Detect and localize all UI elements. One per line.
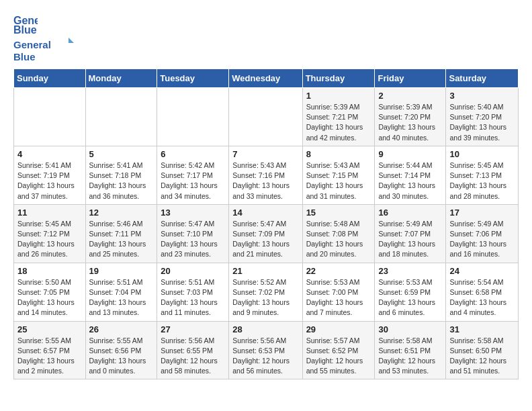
day-cell: 23Sunrise: 5:53 AM Sunset: 6:59 PM Dayli… xyxy=(375,263,446,321)
col-header-wednesday: Wednesday xyxy=(229,69,302,88)
page: General Blue General Blue Sund xyxy=(0,0,532,386)
day-cell xyxy=(85,88,157,146)
day-cell: 8Sunrise: 5:43 AM Sunset: 7:15 PM Daylig… xyxy=(302,146,375,204)
day-info: Sunrise: 5:57 AM Sunset: 6:52 PM Dayligh… xyxy=(306,336,371,377)
day-cell: 1Sunrise: 5:39 AM Sunset: 7:21 PM Daylig… xyxy=(302,88,375,146)
day-number: 10 xyxy=(449,149,515,159)
day-cell xyxy=(14,88,86,146)
col-header-thursday: Thursday xyxy=(302,69,375,88)
day-number: 1 xyxy=(306,91,371,101)
svg-text:Blue: Blue xyxy=(13,51,36,62)
col-header-tuesday: Tuesday xyxy=(157,69,229,88)
day-info: Sunrise: 5:54 AM Sunset: 6:58 PM Dayligh… xyxy=(449,277,515,318)
svg-text:Blue: Blue xyxy=(13,24,37,35)
day-cell: 28Sunrise: 5:56 AM Sunset: 6:53 PM Dayli… xyxy=(229,321,302,379)
day-number: 8 xyxy=(306,149,371,159)
day-info: Sunrise: 5:48 AM Sunset: 7:08 PM Dayligh… xyxy=(306,219,371,260)
day-cell: 18Sunrise: 5:50 AM Sunset: 7:05 PM Dayli… xyxy=(14,263,86,321)
day-info: Sunrise: 5:47 AM Sunset: 7:10 PM Dayligh… xyxy=(161,219,225,260)
day-info: Sunrise: 5:39 AM Sunset: 7:20 PM Dayligh… xyxy=(378,102,442,143)
day-cell: 5Sunrise: 5:41 AM Sunset: 7:18 PM Daylig… xyxy=(85,146,157,204)
day-number: 6 xyxy=(161,149,225,159)
day-number: 21 xyxy=(232,266,298,276)
day-info: Sunrise: 5:45 AM Sunset: 7:13 PM Dayligh… xyxy=(449,161,515,201)
day-number: 2 xyxy=(378,91,442,101)
logo-full: General Blue xyxy=(13,36,74,64)
day-cell: 17Sunrise: 5:49 AM Sunset: 7:06 PM Dayli… xyxy=(446,204,519,263)
day-number: 27 xyxy=(161,324,225,334)
day-info: Sunrise: 5:49 AM Sunset: 7:06 PM Dayligh… xyxy=(449,219,515,260)
day-info: Sunrise: 5:43 AM Sunset: 7:15 PM Dayligh… xyxy=(306,161,371,201)
day-cell xyxy=(229,88,302,146)
day-number: 12 xyxy=(89,208,154,218)
day-cell: 14Sunrise: 5:47 AM Sunset: 7:09 PM Dayli… xyxy=(229,204,302,263)
day-cell: 27Sunrise: 5:56 AM Sunset: 6:55 PM Dayli… xyxy=(157,321,229,379)
day-info: Sunrise: 5:44 AM Sunset: 7:14 PM Dayligh… xyxy=(378,161,442,201)
day-number: 13 xyxy=(161,208,225,218)
day-number: 7 xyxy=(232,149,298,159)
day-info: Sunrise: 5:51 AM Sunset: 7:03 PM Dayligh… xyxy=(161,277,225,318)
logo-icon: General Blue xyxy=(13,11,38,35)
day-cell: 30Sunrise: 5:58 AM Sunset: 6:51 PM Dayli… xyxy=(375,321,446,379)
day-number: 24 xyxy=(449,266,515,276)
day-info: Sunrise: 5:40 AM Sunset: 7:20 PM Dayligh… xyxy=(449,102,515,143)
header-row: SundayMondayTuesdayWednesdayThursdayFrid… xyxy=(14,69,519,88)
day-cell: 21Sunrise: 5:52 AM Sunset: 7:02 PM Dayli… xyxy=(229,263,302,321)
day-number: 30 xyxy=(378,324,442,334)
day-info: Sunrise: 5:42 AM Sunset: 7:17 PM Dayligh… xyxy=(161,161,225,201)
day-info: Sunrise: 5:45 AM Sunset: 7:12 PM Dayligh… xyxy=(17,219,82,260)
header: General Blue General Blue xyxy=(13,11,519,64)
day-info: Sunrise: 5:50 AM Sunset: 7:05 PM Dayligh… xyxy=(17,277,82,318)
svg-marker-4 xyxy=(69,38,74,43)
day-info: Sunrise: 5:41 AM Sunset: 7:19 PM Dayligh… xyxy=(17,161,82,201)
day-cell: 13Sunrise: 5:47 AM Sunset: 7:10 PM Dayli… xyxy=(157,204,229,263)
day-number: 11 xyxy=(17,208,82,218)
day-cell: 9Sunrise: 5:44 AM Sunset: 7:14 PM Daylig… xyxy=(375,146,446,204)
calendar-header: SundayMondayTuesdayWednesdayThursdayFrid… xyxy=(14,69,519,88)
day-cell: 2Sunrise: 5:39 AM Sunset: 7:20 PM Daylig… xyxy=(375,88,446,146)
day-info: Sunrise: 5:56 AM Sunset: 6:55 PM Dayligh… xyxy=(161,336,225,377)
svg-text:General: General xyxy=(13,39,51,50)
col-header-friday: Friday xyxy=(375,69,446,88)
day-info: Sunrise: 5:56 AM Sunset: 6:53 PM Dayligh… xyxy=(232,336,298,377)
day-number: 3 xyxy=(449,91,515,101)
day-number: 9 xyxy=(378,149,442,159)
day-info: Sunrise: 5:52 AM Sunset: 7:02 PM Dayligh… xyxy=(232,277,298,318)
day-cell: 22Sunrise: 5:53 AM Sunset: 7:00 PM Dayli… xyxy=(302,263,375,321)
day-number: 23 xyxy=(378,266,442,276)
day-cell: 6Sunrise: 5:42 AM Sunset: 7:17 PM Daylig… xyxy=(157,146,229,204)
col-header-sunday: Sunday xyxy=(14,69,86,88)
week-row-1: 1Sunrise: 5:39 AM Sunset: 7:21 PM Daylig… xyxy=(14,88,519,146)
day-info: Sunrise: 5:53 AM Sunset: 6:59 PM Dayligh… xyxy=(378,277,442,318)
day-info: Sunrise: 5:55 AM Sunset: 6:57 PM Dayligh… xyxy=(17,336,82,377)
day-info: Sunrise: 5:55 AM Sunset: 6:56 PM Dayligh… xyxy=(89,336,154,377)
day-number: 28 xyxy=(232,324,298,334)
day-cell: 29Sunrise: 5:57 AM Sunset: 6:52 PM Dayli… xyxy=(302,321,375,379)
day-cell: 11Sunrise: 5:45 AM Sunset: 7:12 PM Dayli… xyxy=(14,204,86,263)
week-row-2: 4Sunrise: 5:41 AM Sunset: 7:19 PM Daylig… xyxy=(14,146,519,204)
day-cell: 26Sunrise: 5:55 AM Sunset: 6:56 PM Dayli… xyxy=(85,321,157,379)
day-cell: 7Sunrise: 5:43 AM Sunset: 7:16 PM Daylig… xyxy=(229,146,302,204)
day-cell xyxy=(157,88,229,146)
day-cell: 31Sunrise: 5:58 AM Sunset: 6:50 PM Dayli… xyxy=(446,321,519,379)
day-info: Sunrise: 5:58 AM Sunset: 6:51 PM Dayligh… xyxy=(378,336,442,377)
day-info: Sunrise: 5:58 AM Sunset: 6:50 PM Dayligh… xyxy=(449,336,515,377)
day-cell: 24Sunrise: 5:54 AM Sunset: 6:58 PM Dayli… xyxy=(446,263,519,321)
day-info: Sunrise: 5:39 AM Sunset: 7:21 PM Dayligh… xyxy=(306,102,371,143)
logo: General Blue General Blue xyxy=(13,11,74,64)
day-cell: 12Sunrise: 5:46 AM Sunset: 7:11 PM Dayli… xyxy=(85,204,157,263)
day-info: Sunrise: 5:49 AM Sunset: 7:07 PM Dayligh… xyxy=(378,219,442,260)
day-number: 22 xyxy=(306,266,371,276)
day-number: 4 xyxy=(17,149,82,159)
day-info: Sunrise: 5:53 AM Sunset: 7:00 PM Dayligh… xyxy=(306,277,371,318)
week-row-4: 18Sunrise: 5:50 AM Sunset: 7:05 PM Dayli… xyxy=(14,263,519,321)
day-number: 20 xyxy=(161,266,225,276)
day-number: 16 xyxy=(378,208,442,218)
day-number: 18 xyxy=(17,266,82,276)
day-number: 15 xyxy=(306,208,371,218)
week-row-3: 11Sunrise: 5:45 AM Sunset: 7:12 PM Dayli… xyxy=(14,204,519,263)
day-info: Sunrise: 5:47 AM Sunset: 7:09 PM Dayligh… xyxy=(232,219,298,260)
day-cell: 19Sunrise: 5:51 AM Sunset: 7:04 PM Dayli… xyxy=(85,263,157,321)
calendar-body: 1Sunrise: 5:39 AM Sunset: 7:21 PM Daylig… xyxy=(14,88,519,379)
day-info: Sunrise: 5:51 AM Sunset: 7:04 PM Dayligh… xyxy=(89,277,154,318)
